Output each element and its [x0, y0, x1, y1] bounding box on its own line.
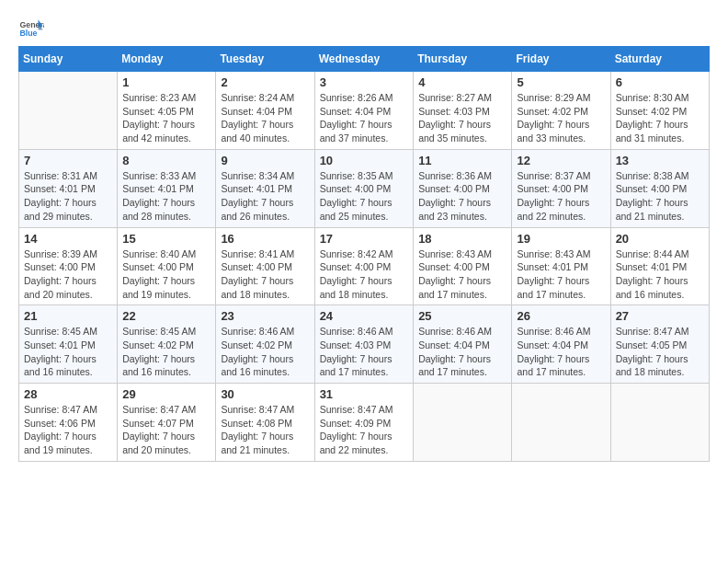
- day-info: Sunrise: 8:38 AMSunset: 4:00 PMDaylight:…: [616, 169, 704, 224]
- calendar-cell: 29Sunrise: 8:47 AMSunset: 4:07 PMDayligh…: [118, 384, 216, 462]
- day-info: Sunrise: 8:26 AMSunset: 4:04 PMDaylight:…: [320, 91, 409, 145]
- day-number: 19: [517, 232, 605, 246]
- column-header-wednesday: Wednesday: [314, 47, 414, 72]
- day-info: Sunrise: 8:46 AMSunset: 4:03 PMDaylight:…: [320, 325, 409, 379]
- day-number: 18: [418, 232, 506, 246]
- calendar-cell: 4Sunrise: 8:27 AMSunset: 4:03 PMDaylight…: [414, 72, 512, 150]
- calendar-cell: 13Sunrise: 8:38 AMSunset: 4:00 PMDayligh…: [610, 149, 709, 227]
- day-number: 17: [320, 232, 409, 246]
- day-number: 20: [616, 232, 704, 246]
- day-info: Sunrise: 8:47 AMSunset: 4:09 PMDaylight:…: [320, 403, 409, 457]
- day-number: 2: [221, 75, 309, 89]
- day-info: Sunrise: 8:41 AMSunset: 4:00 PMDaylight:…: [221, 247, 309, 302]
- calendar-cell: 24Sunrise: 8:46 AMSunset: 4:03 PMDayligh…: [314, 305, 414, 384]
- day-number: 1: [122, 75, 210, 89]
- day-info: Sunrise: 8:47 AMSunset: 4:05 PMDaylight:…: [616, 325, 704, 379]
- day-number: 10: [320, 154, 409, 167]
- calendar-cell: 19Sunrise: 8:43 AMSunset: 4:01 PMDayligh…: [512, 227, 610, 305]
- day-info: Sunrise: 8:33 AMSunset: 4:01 PMDaylight:…: [122, 169, 210, 224]
- day-info: Sunrise: 8:40 AMSunset: 4:00 PMDaylight:…: [122, 247, 210, 302]
- day-info: Sunrise: 8:30 AMSunset: 4:02 PMDaylight:…: [616, 91, 704, 145]
- calendar-cell: 23Sunrise: 8:46 AMSunset: 4:02 PMDayligh…: [216, 305, 314, 384]
- calendar-cell: 9Sunrise: 8:34 AMSunset: 4:01 PMDaylight…: [216, 149, 314, 227]
- day-info: Sunrise: 8:47 AMSunset: 4:07 PMDaylight:…: [122, 403, 210, 457]
- calendar-cell: 16Sunrise: 8:41 AMSunset: 4:00 PMDayligh…: [216, 227, 314, 305]
- day-info: Sunrise: 8:46 AMSunset: 4:02 PMDaylight:…: [221, 325, 309, 379]
- calendar-cell: 17Sunrise: 8:42 AMSunset: 4:00 PMDayligh…: [314, 227, 414, 305]
- calendar-cell: 21Sunrise: 8:45 AMSunset: 4:01 PMDayligh…: [19, 305, 118, 384]
- day-info: Sunrise: 8:27 AMSunset: 4:03 PMDaylight:…: [418, 91, 506, 145]
- day-info: Sunrise: 8:45 AMSunset: 4:01 PMDaylight:…: [24, 325, 112, 379]
- day-number: 30: [221, 387, 309, 401]
- column-header-thursday: Thursday: [414, 47, 512, 72]
- calendar-cell: 31Sunrise: 8:47 AMSunset: 4:09 PMDayligh…: [314, 384, 414, 462]
- day-info: Sunrise: 8:46 AMSunset: 4:04 PMDaylight:…: [517, 325, 605, 379]
- day-number: 12: [517, 154, 605, 167]
- column-header-friday: Friday: [512, 47, 610, 72]
- calendar-week-5: 28Sunrise: 8:47 AMSunset: 4:06 PMDayligh…: [19, 384, 710, 462]
- day-info: Sunrise: 8:23 AMSunset: 4:05 PMDaylight:…: [122, 91, 210, 145]
- day-number: 28: [24, 387, 112, 401]
- day-number: 8: [122, 154, 210, 167]
- svg-text:Blue: Blue: [19, 29, 37, 38]
- day-number: 23: [221, 309, 309, 323]
- day-number: 7: [24, 154, 112, 167]
- day-info: Sunrise: 8:37 AMSunset: 4:00 PMDaylight:…: [517, 169, 605, 224]
- calendar-cell: 3Sunrise: 8:26 AMSunset: 4:04 PMDaylight…: [314, 72, 414, 150]
- calendar-table: SundayMondayTuesdayWednesdayThursdayFrid…: [18, 46, 710, 462]
- day-number: 22: [122, 309, 210, 323]
- logo: General Blue: [18, 18, 44, 39]
- page-header: General Blue: [18, 18, 710, 39]
- day-info: Sunrise: 8:42 AMSunset: 4:00 PMDaylight:…: [320, 247, 409, 302]
- calendar-cell: 6Sunrise: 8:30 AMSunset: 4:02 PMDaylight…: [610, 72, 709, 150]
- day-number: 13: [616, 154, 704, 167]
- day-number: 16: [221, 232, 309, 246]
- column-header-monday: Monday: [118, 47, 216, 72]
- day-info: Sunrise: 8:45 AMSunset: 4:02 PMDaylight:…: [122, 325, 210, 379]
- calendar-cell: 1Sunrise: 8:23 AMSunset: 4:05 PMDaylight…: [118, 72, 216, 150]
- calendar-cell: [512, 384, 610, 462]
- day-info: Sunrise: 8:39 AMSunset: 4:00 PMDaylight:…: [24, 247, 112, 302]
- calendar-week-4: 21Sunrise: 8:45 AMSunset: 4:01 PMDayligh…: [19, 305, 710, 384]
- calendar-cell: 12Sunrise: 8:37 AMSunset: 4:00 PMDayligh…: [512, 149, 610, 227]
- calendar-cell: 28Sunrise: 8:47 AMSunset: 4:06 PMDayligh…: [19, 384, 118, 462]
- day-number: 31: [320, 387, 409, 401]
- day-info: Sunrise: 8:29 AMSunset: 4:02 PMDaylight:…: [517, 91, 605, 145]
- day-number: 26: [517, 309, 605, 323]
- day-number: 21: [24, 309, 112, 323]
- day-info: Sunrise: 8:43 AMSunset: 4:00 PMDaylight:…: [418, 247, 506, 302]
- column-header-sunday: Sunday: [19, 47, 118, 72]
- day-number: 29: [122, 387, 210, 401]
- calendar-cell: 18Sunrise: 8:43 AMSunset: 4:00 PMDayligh…: [414, 227, 512, 305]
- day-number: 6: [616, 75, 704, 89]
- calendar-week-2: 7Sunrise: 8:31 AMSunset: 4:01 PMDaylight…: [19, 149, 710, 227]
- day-info: Sunrise: 8:43 AMSunset: 4:01 PMDaylight:…: [517, 247, 605, 302]
- day-info: Sunrise: 8:44 AMSunset: 4:01 PMDaylight:…: [616, 247, 704, 302]
- logo-icon: General Blue: [18, 18, 44, 39]
- calendar-cell: 30Sunrise: 8:47 AMSunset: 4:08 PMDayligh…: [216, 384, 314, 462]
- calendar-cell: 8Sunrise: 8:33 AMSunset: 4:01 PMDaylight…: [118, 149, 216, 227]
- day-number: 14: [24, 232, 112, 246]
- day-number: 11: [418, 154, 506, 167]
- calendar-cell: 7Sunrise: 8:31 AMSunset: 4:01 PMDaylight…: [19, 149, 118, 227]
- column-header-saturday: Saturday: [610, 47, 709, 72]
- calendar-cell: 27Sunrise: 8:47 AMSunset: 4:05 PMDayligh…: [610, 305, 709, 384]
- calendar-cell: [414, 384, 512, 462]
- day-number: 9: [221, 154, 309, 167]
- calendar-cell: 14Sunrise: 8:39 AMSunset: 4:00 PMDayligh…: [19, 227, 118, 305]
- day-number: 3: [320, 75, 409, 89]
- calendar-cell: 10Sunrise: 8:35 AMSunset: 4:00 PMDayligh…: [314, 149, 414, 227]
- day-number: 24: [320, 309, 409, 323]
- day-info: Sunrise: 8:47 AMSunset: 4:08 PMDaylight:…: [221, 403, 309, 457]
- day-info: Sunrise: 8:46 AMSunset: 4:04 PMDaylight:…: [418, 325, 506, 379]
- calendar-cell: [610, 384, 709, 462]
- calendar-cell: 25Sunrise: 8:46 AMSunset: 4:04 PMDayligh…: [414, 305, 512, 384]
- day-number: 15: [122, 232, 210, 246]
- calendar-cell: 11Sunrise: 8:36 AMSunset: 4:00 PMDayligh…: [414, 149, 512, 227]
- calendar-cell: [19, 72, 118, 150]
- day-number: 4: [418, 75, 506, 89]
- day-info: Sunrise: 8:36 AMSunset: 4:00 PMDaylight:…: [418, 169, 506, 224]
- day-number: 5: [517, 75, 605, 89]
- day-number: 25: [418, 309, 506, 323]
- calendar-week-3: 14Sunrise: 8:39 AMSunset: 4:00 PMDayligh…: [19, 227, 710, 305]
